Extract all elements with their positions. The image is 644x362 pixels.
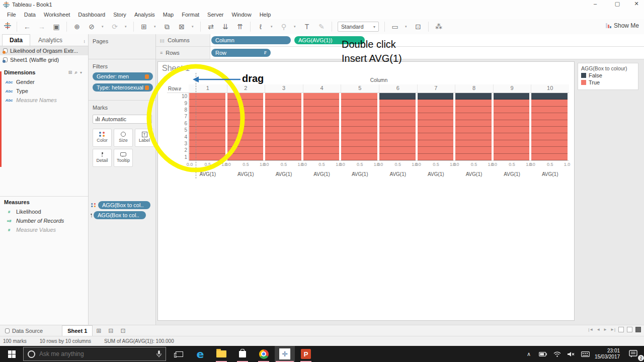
waffle-cell[interactable] [455, 140, 492, 147]
swap-rows-columns-icon[interactable]: ⇄ [206, 23, 215, 31]
menu-map[interactable]: Map [159, 11, 178, 19]
waffle-cell[interactable] [531, 107, 568, 113]
waffle-cell[interactable] [303, 154, 340, 160]
waffle-cell[interactable] [379, 93, 416, 100]
menu-help[interactable]: Help [256, 11, 275, 19]
waffle-cell[interactable] [418, 133, 454, 140]
refresh-icon[interactable]: ⟳ [110, 23, 119, 31]
field-item[interactable]: AbcType [0, 86, 88, 96]
waffle-cell[interactable] [265, 93, 301, 100]
waffle-cell[interactable] [531, 133, 568, 140]
waffle-cell[interactable] [303, 113, 340, 120]
cortana-search-box[interactable] [23, 347, 166, 361]
waffle-cell[interactable] [455, 107, 492, 113]
tray-wifi-icon[interactable] [550, 346, 564, 362]
menu-worksheet[interactable]: Worksheet [40, 11, 74, 19]
field-item[interactable]: #Likelihood [0, 207, 88, 216]
waffle-cell[interactable] [189, 127, 225, 133]
field-item[interactable]: AbcMeasure Names [0, 96, 88, 105]
dropdown-caret-icon[interactable]: ▾ [271, 25, 274, 29]
waffle-cell[interactable] [265, 100, 301, 106]
field-item[interactable]: AbcGender [0, 77, 88, 86]
waffle-cell[interactable] [303, 93, 340, 100]
waffle-cell[interactable] [494, 154, 530, 160]
add-data-icon[interactable]: ⊕ [72, 23, 82, 31]
waffle-cell[interactable] [379, 147, 416, 153]
tab-sheet1[interactable]: Sheet 1 [62, 325, 93, 336]
new-story-tab-icon[interactable]: ⊡ [117, 327, 129, 334]
maximize-button[interactable]: ▢ [613, 1, 622, 9]
waffle-cell[interactable] [379, 100, 416, 106]
menu-format[interactable]: Format [178, 11, 203, 19]
waffle-cell[interactable] [494, 100, 530, 106]
legend-entry-false[interactable]: False [581, 72, 635, 78]
minimize-button[interactable]: – [591, 1, 600, 9]
waffle-cell[interactable] [494, 147, 530, 153]
waffle-cell[interactable] [227, 100, 264, 106]
last-sheet-icon[interactable]: ►| [610, 327, 615, 332]
waffle-cell[interactable] [265, 107, 301, 113]
clock[interactable]: 23:01 15/03/2017 [592, 346, 623, 362]
tab-data-source[interactable]: Data Source [0, 326, 48, 335]
tray-chevron-icon[interactable]: ∧ [522, 346, 535, 362]
waffle-cell[interactable] [303, 140, 340, 147]
highlight-icon[interactable]: ℓ [256, 23, 265, 31]
waffle-cell[interactable] [494, 113, 530, 120]
dropdown-caret-icon[interactable]: ▾ [192, 25, 195, 29]
marks-pill[interactable]: AGG(Box to col.. [98, 201, 150, 209]
waffle-cell[interactable] [379, 133, 416, 140]
dropdown-caret-icon[interactable]: ▾ [154, 25, 157, 29]
waffle-cell[interactable] [303, 100, 340, 106]
taskbar-app-task-view[interactable] [169, 346, 189, 362]
presentation-mode-icon[interactable]: ⊡ [414, 23, 423, 31]
waffle-cell[interactable] [455, 113, 492, 120]
waffle-cell[interactable] [341, 154, 377, 160]
previous-sheet-icon[interactable]: ◄ [596, 327, 600, 332]
waffle-cell[interactable] [227, 93, 264, 100]
show-tabs-icon[interactable] [618, 327, 624, 332]
menu-dashboard[interactable]: Dashboard [74, 11, 109, 19]
menu-server[interactable]: Server [203, 11, 227, 19]
waffle-cell[interactable] [418, 140, 454, 147]
menu-file[interactable]: File [3, 11, 20, 19]
waffle-cell[interactable] [227, 147, 264, 153]
waffle-cell[interactable] [418, 127, 454, 133]
pages-card[interactable]: Pages [89, 34, 155, 59]
waffle-cell[interactable] [418, 154, 454, 160]
waffle-cell[interactable] [531, 154, 568, 160]
waffle-cell[interactable] [189, 120, 225, 127]
sort-ascending-icon[interactable]: ⇊ [221, 23, 230, 31]
waffle-cell[interactable] [265, 127, 301, 133]
duplicate-sheet-icon[interactable]: ⧉ [163, 23, 172, 31]
waffle-cell[interactable] [341, 93, 377, 100]
caret-down-icon[interactable]: ▾ [80, 70, 84, 75]
save-icon[interactable]: ▣ [52, 23, 61, 31]
group-members-icon[interactable]: ⚲ [279, 23, 288, 31]
show-mark-labels-icon[interactable]: T [302, 23, 311, 31]
waffle-cell[interactable] [265, 133, 301, 140]
taskbar-app-file-explorer[interactable] [211, 346, 231, 362]
waffle-cell[interactable] [341, 147, 377, 153]
waffle-cell[interactable] [227, 120, 264, 127]
waffle-cell[interactable] [303, 133, 340, 140]
pane-options-icon[interactable]: ⁝ [84, 39, 88, 46]
dropdown-caret-icon[interactable]: ▾ [102, 25, 105, 29]
tray-volume-muted-icon[interactable] [565, 346, 578, 362]
waffle-cell[interactable] [227, 154, 264, 160]
shelf-pill[interactable]: Column [211, 36, 291, 44]
start-button[interactable] [0, 346, 23, 362]
taskbar-app-tableau[interactable]: ✛ [275, 346, 295, 362]
waffle-cell[interactable] [494, 93, 530, 100]
columns-shelf[interactable]: ||| Columns ColumnAGG(AVG(1)) [156, 34, 644, 47]
shelf-pill[interactable]: Row₣ [211, 49, 271, 57]
fit-width-icon[interactable]: ▭ [390, 23, 399, 31]
undo-icon[interactable]: ← [23, 23, 32, 31]
waffle-cell[interactable] [455, 127, 492, 133]
first-sheet-icon[interactable]: |◄ [588, 327, 593, 332]
new-dashboard-tab-icon[interactable]: ⊟ [105, 327, 117, 334]
waffle-cell[interactable] [531, 113, 568, 120]
waffle-cell[interactable] [189, 113, 225, 120]
waffle-cell[interactable] [341, 140, 377, 147]
waffle-cell[interactable] [418, 113, 454, 120]
waffle-cell[interactable] [455, 154, 492, 160]
